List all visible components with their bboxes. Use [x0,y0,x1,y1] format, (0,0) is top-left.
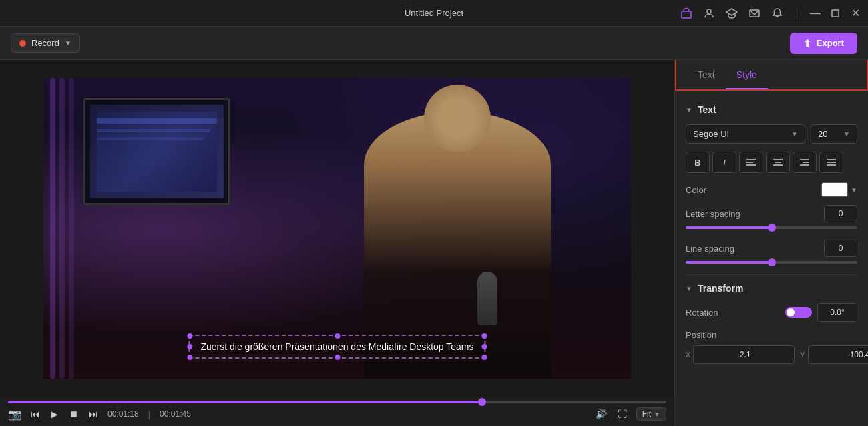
line-spacing-label: Line spacing [686,244,734,254]
line-spacing-row: Line spacing [686,240,857,264]
record-dropdown-icon: ▼ [65,39,71,47]
close-button[interactable]: ✕ [851,9,860,18]
mail-icon[interactable] [748,7,761,19]
monitor-display [83,98,230,205]
progress-bar[interactable] [8,401,666,403]
subtitle-box[interactable]: Zuerst die größeren Präsentationen des M… [188,335,485,359]
fit-label: Fit [642,409,651,419]
letter-spacing-row: Letter spacing [686,205,857,229]
color-dropdown-icon[interactable]: ▼ [851,186,857,194]
tab-text[interactable]: Text [687,60,726,89]
color-picker-row: ▼ [821,182,857,197]
main-content: Zuerst die größeren Präsentationen des M… [0,60,868,426]
transform-collapse-icon[interactable]: ▼ [686,285,692,292]
resize-handle-tc[interactable] [335,333,340,339]
justify-button[interactable] [819,152,843,173]
resize-handle-tr[interactable] [482,333,487,339]
resize-handle-tl[interactable] [187,333,192,339]
rotation-slider[interactable] [785,307,812,318]
monitor-screen [90,105,224,198]
text-collapse-icon[interactable]: ▼ [686,106,692,114]
letter-spacing-label-row: Letter spacing [686,205,857,222]
transform-section-header: ▼ Transform [686,283,857,294]
letter-spacing-fill [686,226,772,229]
tab-style[interactable]: Style [726,60,768,89]
export-button[interactable]: ⬆ Export [790,33,857,54]
svg-rect-0 [682,11,691,18]
rewind-button[interactable]: ⏮ [29,407,41,421]
record-label: Record [31,38,59,48]
font-size-select[interactable]: 20 ▼ [811,124,857,144]
progress-thumb[interactable] [478,398,486,406]
italic-button[interactable]: I [712,152,736,173]
play-button[interactable]: ▶ [49,407,59,421]
titlebar: Untitled Project [0,0,868,27]
align-left-button[interactable] [739,152,763,173]
record-button[interactable]: Record ▼ [11,33,80,53]
forward-button[interactable]: ⏭ [87,407,99,421]
current-time: 00:01:18 [107,409,139,419]
font-family-select[interactable]: Segoe UI ▼ [686,124,805,144]
resize-handle-br[interactable] [482,355,487,360]
microphone [477,272,497,325]
letter-spacing-thumb[interactable] [768,224,776,232]
line-spacing-track[interactable] [686,261,857,264]
letter-spacing-input[interactable] [824,205,857,222]
video-canvas: Zuerst die größeren Präsentationen des M… [0,60,674,397]
fit-select[interactable]: Fit ▼ [636,407,666,421]
letter-spacing-track[interactable] [686,226,857,229]
text-section-header: ▼ Text [686,104,857,115]
font-size-arrow: ▼ [843,130,850,138]
graduate-icon[interactable] [726,7,738,19]
fullscreen-button[interactable]: ⛶ [616,407,628,421]
transform-section-title: Transform [698,283,743,294]
shop-icon[interactable] [680,7,692,19]
resize-handle-bc[interactable] [335,355,340,360]
user-icon[interactable] [703,7,715,19]
transform-section: ▼ Transform Rotation [686,283,857,364]
pos-x-input[interactable] [693,345,795,364]
minimize-button[interactable]: — [811,9,820,18]
toolbar: Record ▼ ⬆ Export [0,27,868,60]
font-row: Segoe UI ▼ 20 ▼ [686,124,857,144]
export-label: Export [817,38,844,48]
resize-handle-bl[interactable] [187,355,192,360]
rotation-input[interactable] [817,303,857,322]
align-right-button[interactable] [793,152,817,173]
screenshot-button[interactable]: 📷 [8,408,21,421]
panel-content: ▼ Text Segoe UI ▼ 20 ▼ B [675,91,868,426]
pos-y-input[interactable] [808,345,868,364]
pos-x-label: X [686,351,690,359]
pos-y-label: Y [800,351,805,359]
position-inputs: X Y [686,345,857,364]
volume-button[interactable]: 🔊 [594,407,608,421]
text-section-title: Text [698,104,716,115]
rotation-thumb[interactable] [787,308,795,316]
line-spacing-input[interactable] [824,240,857,257]
color-row: Color ▼ [686,182,857,197]
pos-y-field: Y [800,345,868,364]
time-separator: | [148,409,150,419]
format-buttons-row: B I [686,152,857,173]
record-indicator [19,40,26,47]
font-family-value: Segoe UI [693,129,729,139]
stop-button[interactable]: ⏹ [67,407,79,421]
maximize-button[interactable] [831,9,840,18]
font-family-arrow: ▼ [791,130,798,138]
position-label: Position [686,330,716,340]
video-controls: 📷 ⏮ ▶ ⏹ ⏭ 00:01:18 | 00:01:45 🔊 ⛶ Fit [0,397,674,426]
video-frame: Zuerst die größeren Präsentationen des M… [43,78,631,379]
line-spacing-thumb[interactable] [768,258,776,266]
section-divider [686,274,857,275]
bold-button[interactable]: B [686,152,710,173]
color-swatch[interactable] [821,182,848,197]
panel-tabs: Text Style [675,60,868,91]
bell-icon[interactable] [771,7,783,19]
rotation-row: Rotation [686,303,857,322]
line-spacing-label-row: Line spacing [686,240,857,257]
right-panel: Text Style ▼ Text Segoe UI ▼ [674,60,868,426]
resize-handle-ml[interactable] [187,344,192,349]
resize-handle-mr[interactable] [482,344,487,349]
position-row-container: Position X Y [686,330,857,364]
align-center-button[interactable] [766,152,790,173]
